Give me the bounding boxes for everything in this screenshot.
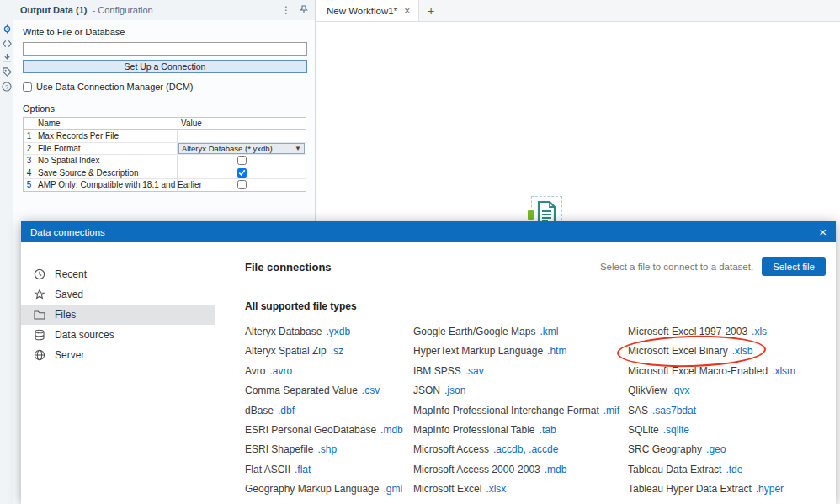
options-row: 1Max Records Per File	[24, 130, 306, 142]
gear-icon[interactable]	[0, 22, 13, 36]
header-row-number	[24, 118, 35, 129]
file-type[interactable]: SQLite.sqlite	[628, 421, 826, 440]
pin-icon[interactable]	[300, 5, 308, 16]
file-type-name: Google Earth/Google Maps	[413, 326, 535, 337]
code-icon[interactable]	[0, 36, 13, 50]
file-type[interactable]: Microsoft Excel.xlsx	[413, 480, 628, 499]
file-type[interactable]: QlikView.qvx	[628, 381, 826, 401]
row-number: 5	[24, 179, 35, 191]
config-panel-header: Output Data (1) - Configuration ⋮	[13, 0, 315, 20]
new-tab-button[interactable]: +	[419, 0, 443, 21]
file-type-extension: .sqlite	[663, 424, 689, 436]
sidebar-item-recent[interactable]: Recent	[21, 264, 215, 284]
options-table: Name Value 1Max Records Per File2File Fo…	[23, 117, 306, 192]
tab-label: New Workflow1*	[327, 6, 397, 16]
file-type-name: QlikView	[628, 385, 667, 396]
setup-connection-button[interactable]: Set Up a Connection	[23, 60, 307, 73]
option-checkbox[interactable]	[237, 156, 247, 165]
star-icon	[34, 289, 45, 300]
file-type-extension: .xlsm	[772, 365, 795, 377]
file-type-text: Avro.avro	[245, 362, 292, 381]
file-type-extension: .tde	[726, 464, 742, 475]
file-type-extension: .xlsb	[732, 345, 753, 357]
file-type[interactable]: Microsoft Access.accdb, .accde	[413, 440, 628, 459]
option-name: Save Source & Description	[35, 167, 177, 179]
sidebar-item-server[interactable]: Server	[21, 345, 215, 365]
file-type-text: Microsoft Excel Macro-Enabled.xlsm	[628, 362, 795, 381]
file-type-name: Microsoft Excel	[413, 483, 481, 495]
file-type[interactable]: MapInfo Professional Table.tab	[413, 421, 628, 440]
file-type-column-3: Microsoft Excel 1997-2003.xlsMicrosoft E…	[628, 322, 826, 500]
file-type-text: HyperText Markup Language.htm	[413, 342, 566, 361]
option-value: Alteryx Database (*.yxdb)▼	[177, 143, 306, 155]
file-type[interactable]: Avro.avro	[245, 362, 413, 381]
file-type[interactable]: Google Earth/Google Maps.kml	[413, 322, 628, 342]
tab-close-icon[interactable]: ×	[404, 5, 410, 17]
file-type-name: Avro	[245, 365, 265, 377]
modal-sidebar: Recent Saved Files Data sources Server	[21, 242, 215, 504]
download-icon[interactable]	[0, 50, 13, 65]
file-type[interactable]: Microsoft Access 2000-2003.mdb	[413, 460, 628, 480]
file-format-select[interactable]: Alteryx Database (*.yxdb)▼	[178, 143, 305, 154]
option-checkbox[interactable]	[237, 168, 247, 178]
svg-text:?: ?	[5, 82, 8, 90]
file-type-text: Alteryx Spatial Zip.sz	[245, 342, 343, 361]
tab-new-workflow1[interactable]: New Workflow1* ×	[316, 0, 419, 21]
options-label: Options	[23, 103, 307, 114]
file-type[interactable]: Comma Separated Value.csv	[245, 381, 413, 401]
file-type-extension: .xls	[752, 326, 767, 337]
row-number: 4	[24, 167, 35, 179]
file-type-columns: Alteryx Database.yxdbAlteryx Spatial Zip…	[245, 322, 826, 500]
file-type[interactable]: Flat ASCII.flat	[245, 460, 413, 480]
option-value	[177, 130, 306, 142]
file-type-extension: .hyper	[756, 483, 784, 495]
connection-input[interactable]	[23, 42, 307, 56]
file-type-text: Microsoft Access.accdb, .accde	[413, 440, 558, 459]
help-icon[interactable]: ?	[0, 79, 13, 93]
file-type[interactable]: HyperText Markup Language.htm	[413, 342, 628, 361]
file-type[interactable]: Tableau Data Extract.tde	[628, 460, 826, 480]
file-type[interactable]: Microsoft Excel Binary.xlsb	[628, 342, 826, 361]
file-type[interactable]: Tableau Hyper Data Extract.hyper	[628, 480, 826, 499]
file-type[interactable]: IBM SPSS.sav	[413, 362, 628, 381]
sidebar-item-saved[interactable]: Saved	[21, 284, 215, 305]
left-icon-strip: ?	[0, 0, 13, 504]
file-type[interactable]: SAS.sas7bdat	[628, 401, 826, 421]
file-type-name: Tableau Data Extract	[628, 464, 721, 475]
dcm-checkbox-row: Use Data Connection Manager (DCM)	[23, 82, 307, 92]
file-type[interactable]: Microsoft Excel 1997-2003.xls	[628, 322, 826, 342]
config-panel-body: Write to File or Database Set Up a Conne…	[13, 20, 315, 192]
dcm-checkbox[interactable]	[23, 82, 32, 92]
file-type[interactable]: ESRI Shapefile.shp	[245, 440, 413, 459]
sidebar-item-files[interactable]: Files	[21, 305, 215, 325]
close-icon[interactable]: ×	[819, 225, 827, 238]
file-type[interactable]: MapInfo Professional Interchange Format.…	[413, 401, 628, 421]
file-type[interactable]: Microsoft Excel Macro-Enabled.xlsm	[628, 362, 826, 381]
tool-title: Output Data (1)	[20, 5, 87, 15]
file-type[interactable]: Alteryx Spatial Zip.sz	[245, 342, 413, 361]
file-type[interactable]: Geography Markup Language.gml	[245, 480, 413, 499]
all-supported-file-types-heading: All supported file types	[245, 300, 826, 312]
file-type-extension: .gml	[383, 483, 402, 495]
file-type-name: Flat ASCII	[245, 464, 290, 475]
sidebar-item-data-sources[interactable]: Data sources	[21, 325, 215, 345]
select-file-button[interactable]: Select file	[762, 257, 826, 276]
tag-icon[interactable]	[0, 65, 13, 79]
file-type-name: ESRI Personal GeoDatabase	[245, 424, 376, 436]
file-type[interactable]: SRC Geography.geo	[628, 440, 826, 459]
file-type-extension: .tab	[540, 424, 556, 436]
file-type-text: IBM SPSS.sav	[413, 362, 484, 381]
sidebar-label: Recent	[55, 268, 87, 280]
options-row: 2File FormatAlteryx Database (*.yxdb)▼	[24, 142, 306, 155]
file-type[interactable]: ESRI Personal GeoDatabase.mdb	[245, 421, 413, 440]
file-type-name: Microsoft Excel 1997-2003	[628, 326, 747, 337]
option-name: File Format	[35, 143, 177, 155]
kebab-menu-icon[interactable]: ⋮	[281, 5, 291, 15]
file-type-name: Alteryx Spatial Zip	[245, 345, 327, 357]
file-type[interactable]: Alteryx Database.yxdb	[245, 322, 413, 342]
file-type[interactable]: dBase.dbf	[245, 401, 413, 421]
tool-input-anchor[interactable]	[528, 210, 534, 220]
file-type-name: SQLite	[628, 424, 659, 436]
option-checkbox[interactable]	[237, 180, 247, 189]
file-type[interactable]: JSON.json	[413, 381, 628, 401]
